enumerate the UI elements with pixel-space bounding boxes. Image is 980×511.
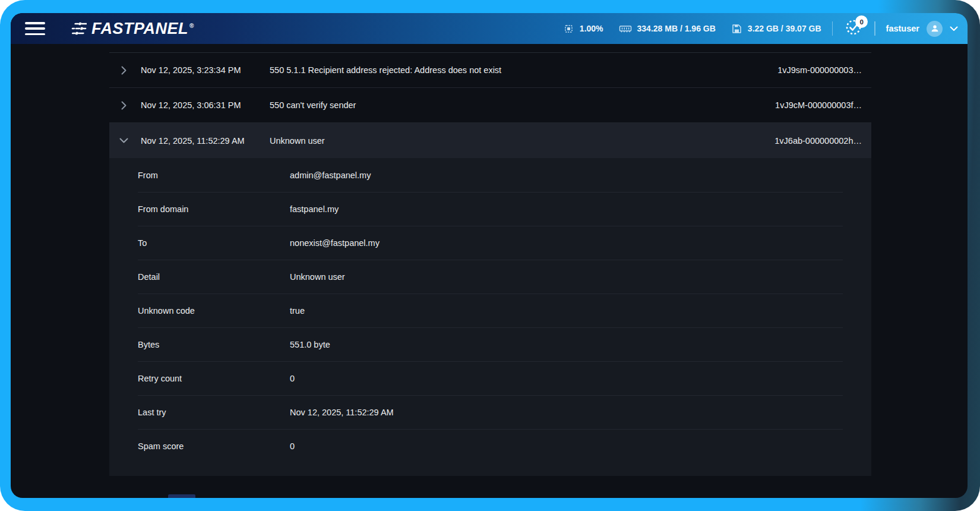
detail-value: 0 — [290, 441, 843, 451]
cpu-stat[interactable]: 1.00% — [563, 23, 603, 34]
detail-row: Spam score 0 — [109, 429, 871, 463]
row-date: Nov 12, 2025, 3:23:34 PM — [138, 65, 270, 75]
user-menu[interactable]: fastuser — [886, 21, 958, 37]
row-id: 1vJ9sm-000000003… — [777, 65, 871, 75]
row-details-panel: From admin@fastpanel.my From domain fast… — [109, 158, 871, 476]
detail-value: Unknown user — [290, 272, 843, 282]
detail-label: From — [138, 171, 290, 180]
row-message: Unknown user — [270, 136, 774, 146]
row-date: Nov 12, 2025, 3:06:31 PM — [138, 100, 270, 110]
sliders-logo-icon — [69, 21, 87, 36]
detail-label: Unknown code — [138, 306, 290, 316]
app-panel: FASTPANEL® 1.00% — [11, 13, 968, 498]
detail-row: Last try Nov 12, 2025, 11:52:29 AM — [109, 395, 871, 429]
divider — [874, 21, 875, 36]
registered-mark: ® — [189, 23, 194, 29]
table-row[interactable]: Nov 12, 2025, 3:06:31 PM 550 can't verif… — [109, 88, 871, 123]
row-id: 1vJ9cM-000000003f… — [775, 100, 871, 110]
ram-icon — [619, 23, 632, 34]
disk-icon — [731, 23, 742, 34]
tasks-badge: 0 — [855, 15, 868, 28]
ram-value: 334.28 MB / 1.96 GB — [637, 24, 716, 33]
cpu-icon — [563, 23, 574, 34]
detail-label: Detail — [138, 272, 290, 282]
detail-row: From domain fastpanel.my — [109, 192, 871, 226]
detail-label: To — [138, 238, 290, 248]
detail-value: fastpanel.my — [290, 204, 843, 214]
detail-value: admin@fastpanel.my — [290, 171, 843, 180]
divider — [832, 21, 833, 36]
disk-value: 3.22 GB / 39.07 GB — [748, 24, 821, 33]
username: fastuser — [886, 24, 919, 33]
table-row-expanded[interactable]: Nov 12, 2025, 11:52:29 AM Unknown user 1… — [109, 123, 871, 158]
tasks-button[interactable]: 0 — [843, 18, 864, 39]
detail-label: Spam score — [138, 441, 290, 451]
avatar — [927, 21, 943, 37]
row-message: 550 can't verify sender — [270, 100, 775, 110]
menu-icon[interactable] — [25, 22, 45, 35]
chevron-down-icon[interactable] — [109, 138, 138, 143]
detail-row: Retry count 0 — [109, 361, 871, 395]
detail-label: Retry count — [138, 374, 290, 383]
cpu-value: 1.00% — [580, 24, 603, 33]
page-content: Nov 12, 2025, 3:23:34 PM 550 5.1.1 Recip… — [11, 52, 968, 498]
detail-row: Detail Unknown user — [109, 260, 871, 294]
detail-row: To nonexist@fastpanel.my — [109, 226, 871, 260]
detail-row: From admin@fastpanel.my — [109, 158, 871, 192]
row-date: Nov 12, 2025, 11:52:29 AM — [138, 136, 270, 146]
chevron-right-icon[interactable] — [109, 101, 138, 110]
detail-row: Bytes 551.0 byte — [109, 327, 871, 361]
server-stats: 1.00% — [563, 23, 821, 34]
row-message: 550 5.1.1 Recipient address rejected: Ad… — [270, 65, 777, 75]
detail-value: nonexist@fastpanel.my — [290, 238, 843, 248]
detail-label: Bytes — [138, 340, 290, 349]
table-row[interactable]: Nov 12, 2025, 3:23:34 PM 550 5.1.1 Recip… — [109, 53, 871, 88]
app-bar: FASTPANEL® 1.00% — [11, 13, 968, 44]
chevron-down-icon — [950, 23, 958, 34]
detail-value: Nov 12, 2025, 11:52:29 AM — [290, 408, 843, 417]
row-id: 1vJ6ab-000000002h… — [774, 136, 871, 146]
detail-label: Last try — [138, 408, 290, 417]
disk-stat[interactable]: 3.22 GB / 39.07 GB — [731, 23, 821, 34]
window-frame: FASTPANEL® 1.00% — [0, 0, 980, 511]
brand-name: FASTPANEL® — [91, 20, 194, 38]
detail-value: 551.0 byte — [290, 340, 843, 349]
ram-stat[interactable]: 334.28 MB / 1.96 GB — [619, 23, 716, 34]
chevron-right-icon[interactable] — [109, 66, 138, 75]
detail-label: From domain — [138, 204, 290, 214]
detail-value: 0 — [290, 374, 843, 383]
brand-logo[interactable]: FASTPANEL® — [69, 20, 194, 38]
detail-value: true — [290, 306, 843, 316]
clipped-footer-element — [168, 494, 195, 498]
screenshot-stage: FASTPANEL® 1.00% — [0, 0, 980, 511]
detail-row: Unknown code true — [109, 294, 871, 327]
mail-log-table: Nov 12, 2025, 3:23:34 PM 550 5.1.1 Recip… — [109, 52, 871, 476]
